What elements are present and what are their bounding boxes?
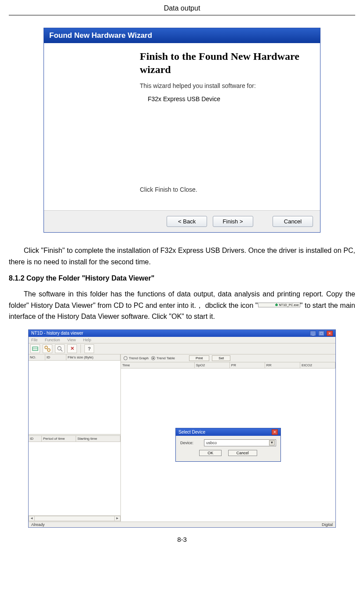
left-panel: NO. ID File's size (Byte) ID Period of t… xyxy=(29,354,121,522)
col-time[interactable]: Time xyxy=(121,362,195,368)
status-left: Already xyxy=(31,522,45,527)
paragraph-copy-folder: The software in this folder has the func… xyxy=(9,288,355,322)
svg-point-4 xyxy=(58,347,61,350)
maximize-button[interactable]: □ xyxy=(318,331,324,336)
col-spo2[interactable]: SpO2 xyxy=(195,362,230,368)
left-bottom-grid-body[interactable] xyxy=(29,442,120,515)
col-id2[interactable]: ID xyxy=(29,436,42,442)
dialog-title: Select Device xyxy=(178,430,205,434)
device-select[interactable]: usbco ▼ xyxy=(204,439,276,446)
nt1d-exe-icon: NT1D_PC.exe xyxy=(258,303,300,307)
app-title: NT1D - history data viewer xyxy=(31,331,83,336)
app-statusbar: Already Digital xyxy=(29,522,335,527)
toolbar-help-icon[interactable]: ? xyxy=(84,344,94,353)
scroll-right-icon[interactable]: ► xyxy=(114,516,120,521)
left-top-grid-header: NO. ID File's size (Byte) xyxy=(29,354,120,361)
wizard-heading: Finish to the Found New Hardware wizard xyxy=(140,50,312,76)
device-label: Device: xyxy=(180,441,204,445)
menu-file[interactable]: File xyxy=(31,338,38,342)
left-scrollbar[interactable]: ◄ ► xyxy=(29,515,120,522)
app-menubar: File Function View Help xyxy=(29,337,335,343)
trend-tab-row: Trend Graph Trend Table Print Set xyxy=(121,354,335,362)
menu-function[interactable]: Function xyxy=(45,338,60,342)
left-top-grid-body[interactable] xyxy=(29,361,120,434)
scroll-left-icon[interactable]: ◄ xyxy=(29,516,35,521)
minimize-button[interactable]: _ xyxy=(310,331,316,336)
wizard-helped-text: This wizard helped you install software … xyxy=(140,82,312,89)
select-device-dialog: Select Device × Device: usbco ▼ xyxy=(175,428,281,462)
cancel-button[interactable]: Cancel xyxy=(273,216,313,227)
right-panel: Trend Graph Trend Table Print Set Time S… xyxy=(121,354,335,522)
col-rr[interactable]: RR xyxy=(265,362,300,368)
status-right: Digital xyxy=(322,522,333,527)
set-button[interactable]: Set xyxy=(212,355,230,361)
col-pr[interactable]: PR xyxy=(230,362,265,368)
page-number: 8-3 xyxy=(9,536,355,543)
right-grid-body[interactable]: Select Device × Device: usbco ▼ xyxy=(121,369,335,522)
radio-trend-graph[interactable]: Trend Graph xyxy=(124,356,149,360)
dialog-ok-button[interactable]: OK xyxy=(199,450,222,456)
toolbar-icon-3[interactable] xyxy=(55,344,65,353)
device-select-value: usbco xyxy=(206,441,217,445)
radio-trend-table-label: Trend Table xyxy=(157,356,175,360)
page-header: Data output xyxy=(9,4,355,15)
print-button[interactable]: Print xyxy=(189,355,209,361)
col-etco2[interactable]: EtCO2 xyxy=(300,362,335,368)
paragraph-finish: Click "Finish" to complete the installat… xyxy=(9,245,355,267)
right-grid-header: Time SpO2 PR RR EtCO2 xyxy=(121,362,335,369)
col-filesize[interactable]: File's size (Byte) xyxy=(66,354,120,360)
svg-point-2 xyxy=(45,346,47,349)
back-button[interactable]: < Back xyxy=(167,216,207,227)
wizard-side-panel xyxy=(44,43,132,210)
radio-trend-table[interactable]: Trend Table xyxy=(151,356,175,360)
section-heading-812: 8.1.2 Copy the Folder "History Data View… xyxy=(9,274,355,282)
toolbar-delete-icon[interactable]: ✕ xyxy=(67,344,77,353)
wizard-device-name: F32x Express USB Device xyxy=(148,95,312,102)
svg-point-3 xyxy=(47,349,50,351)
col-no[interactable]: NO. xyxy=(29,354,45,360)
dropdown-arrow-icon[interactable]: ▼ xyxy=(269,440,275,445)
col-starting[interactable]: Starting time xyxy=(76,436,120,442)
toolbar-icon-2[interactable] xyxy=(43,344,52,353)
col-id[interactable]: ID xyxy=(45,354,66,360)
svg-line-5 xyxy=(61,350,62,351)
menu-view[interactable]: View xyxy=(67,338,76,342)
finish-button[interactable]: Finish > xyxy=(213,216,253,227)
toolbar-icon-1[interactable] xyxy=(30,344,40,353)
wizard-instruction: Click Finish to Close. xyxy=(140,186,312,193)
wizard-screenshot: Found New Hardware Wizard Finish to the … xyxy=(9,28,355,233)
col-period[interactable]: Period of time xyxy=(42,436,76,442)
left-bottom-grid-header: ID Period of time Starting time xyxy=(29,436,120,442)
close-button[interactable]: × xyxy=(327,331,333,336)
history-data-viewer-screenshot: NT1D - history data viewer _ □ × File Fu… xyxy=(9,329,355,528)
nt1d-exe-icon-label: NT1D_PC.exe xyxy=(279,303,299,307)
app-toolbar: ✕ ? xyxy=(29,343,335,354)
dialog-cancel-button[interactable]: Cancel xyxy=(228,450,257,456)
radio-trend-graph-label: Trend Graph xyxy=(129,356,149,360)
dialog-close-icon[interactable]: × xyxy=(272,429,278,435)
window-buttons: _ □ × xyxy=(309,331,333,336)
wizard-titlebar: Found New Hardware Wizard xyxy=(44,28,320,43)
menu-help[interactable]: Help xyxy=(83,338,91,342)
